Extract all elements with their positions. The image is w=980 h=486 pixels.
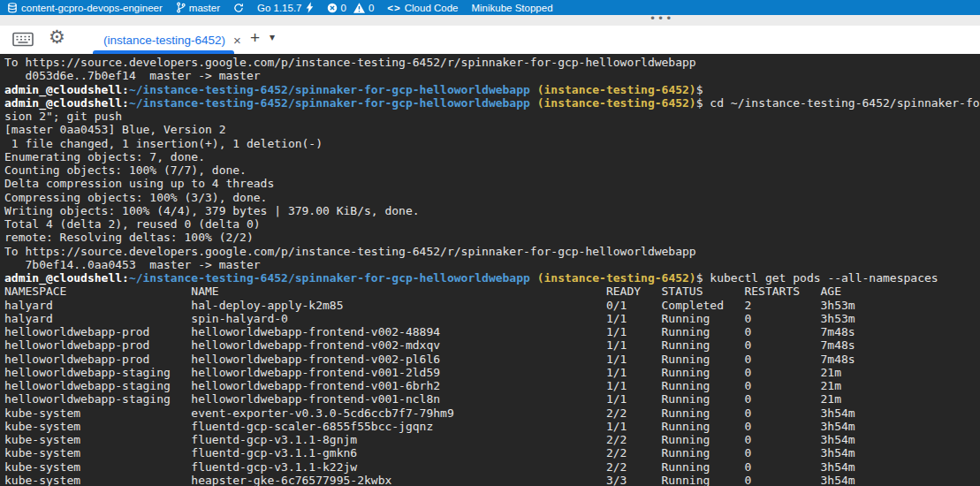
problems-indicator[interactable]: 0 0 — [327, 3, 375, 13]
terminal-line: Compressing objects: 100% (3/3), done. — [4, 191, 980, 204]
minikube-status-label: Minikube Stopped — [471, 3, 552, 13]
terminal-line: admin_@cloudshell:~/instance-testing-645… — [4, 96, 980, 110]
database-icon — [7, 3, 18, 13]
terminal-line: helloworldwebapp-prod helloworldwebapp-f… — [4, 353, 980, 366]
warning-icon — [353, 3, 365, 13]
error-icon — [327, 3, 338, 13]
terminal-line: Writing objects: 100% (4/4), 379 bytes |… — [4, 204, 980, 217]
terminal-line: kube-system fluentd-gcp-v3.1.1-k22jw 2/2… — [4, 460, 980, 474]
sync-button[interactable] — [233, 3, 244, 13]
panel-more-handle[interactable]: ••• — [650, 12, 673, 25]
cloud-shell-window: content-gcpro-devops-engineer master — [0, 0, 980, 486]
branch-indicator[interactable]: master — [176, 2, 220, 13]
terminal-line: helloworldwebapp-prod helloworldwebapp-f… — [4, 338, 980, 352]
terminal-line: helloworldwebapp-staging helloworldwebap… — [4, 366, 980, 379]
terminal-line: kube-system fluentd-gcp-scaler-6855f55bc… — [4, 420, 980, 433]
go-version-label: Go 1.15.7 — [257, 3, 302, 13]
warning-count: 0 — [368, 3, 374, 13]
terminal-line: admin_@cloudshell:~/instance-testing-645… — [4, 271, 980, 285]
terminal-line: kube-system event-exporter-v0.3.0-5cd6cc… — [4, 406, 980, 420]
terminal-line: halyard hal-deploy-apply-k2m85 0/1 Compl… — [4, 299, 980, 312]
status-bar: content-gcpro-devops-engineer master — [0, 0, 980, 15]
terminal-line: To https://source.developers.google.com/… — [4, 245, 980, 258]
panel-resize-strip: ••• — [0, 15, 980, 26]
terminal-line: helloworldwebapp-staging helloworldwebap… — [4, 392, 980, 406]
terminal-line: 7b0ef14..0aa0453 master -> master — [4, 258, 980, 271]
terminal-line: Counting objects: 100% (7/7), done. — [4, 163, 980, 177]
project-indicator[interactable]: content-gcpro-devops-engineer — [7, 3, 163, 13]
sync-icon — [233, 3, 244, 13]
lightning-icon — [306, 2, 314, 13]
code-brackets-icon: <> — [387, 3, 400, 13]
terminal-line: [master 0aa0453] Blue, Version 2 — [4, 123, 980, 136]
cloud-code-label: Cloud Code — [405, 3, 459, 13]
terminal-line: 1 file changed, 1 insertion(+), 1 deleti… — [4, 137, 980, 150]
minikube-status[interactable]: Minikube Stopped — [471, 3, 552, 13]
terminal-line: helloworldwebapp-staging helloworldwebap… — [4, 379, 980, 392]
project-label: content-gcpro-devops-engineer — [21, 3, 163, 13]
terminal-line: Delta compression using up to 4 threads — [4, 177, 980, 190]
terminal-line: To https://source.developers.google.com/… — [4, 56, 980, 69]
branch-label: master — [189, 3, 220, 13]
terminal-line: d053d6e..7b0ef14 master -> master — [4, 69, 980, 82]
error-count: 0 — [341, 3, 346, 13]
terminal-line: kube-system fluentd-gcp-v3.1.1-8gnjm 2/2… — [4, 433, 980, 446]
add-tab-button[interactable]: + — [250, 28, 260, 48]
terminal-line: kube-system heapster-gke-6c76577995-2kwb… — [4, 474, 980, 486]
terminal-line: Enumerating objects: 7, done. — [4, 150, 980, 163]
gear-icon[interactable]: ⚙ — [49, 27, 65, 48]
git-branch-icon — [176, 2, 186, 13]
go-version-indicator[interactable]: Go 1.15.7 — [257, 2, 314, 13]
terminal-line: Total 4 (delta 2), reused 0 (delta 0) — [4, 217, 980, 231]
cloud-code-button[interactable]: <> Cloud Code — [387, 3, 458, 13]
terminal-line: sion 2"; git push — [4, 110, 980, 123]
terminal-line: admin_@cloudshell:~/instance-testing-645… — [4, 83, 980, 96]
terminal-output[interactable]: To https://source.developers.google.com/… — [0, 54, 980, 486]
terminal-line: NAMESPACE NAME READY STATUS RESTARTS AGE — [4, 285, 980, 298]
tab-options-caret-icon[interactable]: ▾ — [270, 31, 275, 43]
terminal-line: halyard spin-halyard-0 1/1 Running 0 3h5… — [4, 312, 980, 325]
keyboard-icon[interactable] — [12, 32, 34, 50]
tab-label: (instance-testing-6452) — [103, 34, 225, 47]
terminal-line: kube-system fluentd-gcp-v3.1.1-gmkn6 2/2… — [4, 446, 980, 459]
terminal-tab-bar: ⚙ (instance-testing-6452) × + ▾ — [0, 26, 980, 54]
tab-close-icon[interactable]: × — [233, 33, 241, 48]
terminal-line: helloworldwebapp-prod helloworldwebapp-f… — [4, 325, 980, 338]
terminal-line: remote: Resolving deltas: 100% (2/2) — [4, 231, 980, 244]
